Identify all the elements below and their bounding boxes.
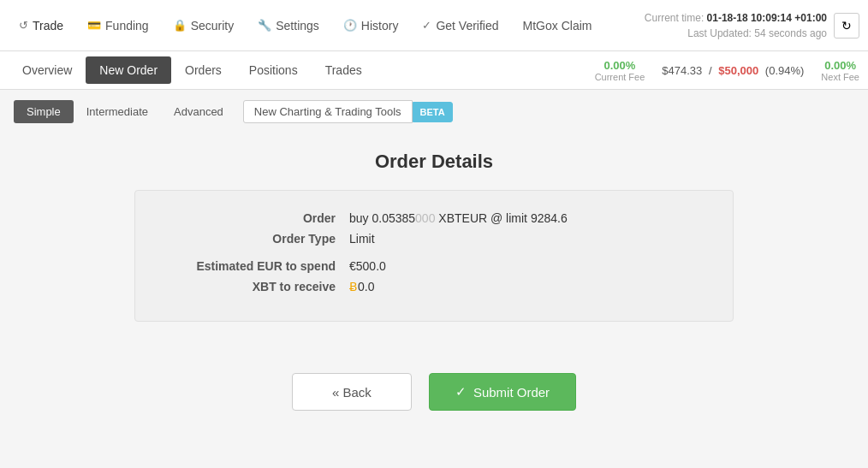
nav-get-verified[interactable]: ✓ Get Verified: [412, 12, 508, 39]
next-fee-info: 0.00% Next Fee: [821, 59, 859, 82]
refresh-icon: ↻: [841, 19, 852, 33]
last-updated-value: 54 seconds ago: [754, 27, 827, 39]
verified-icon: ✓: [422, 19, 431, 32]
subnav-new-order-label: New Order: [99, 63, 158, 77]
order-type-value: Limit: [349, 232, 375, 246]
submit-order-button[interactable]: ✓ Submit Order: [429, 373, 576, 411]
back-button[interactable]: « Back: [292, 373, 412, 411]
mode-tab-simple[interactable]: Simple: [14, 100, 74, 123]
next-fee-label: Next Fee: [821, 72, 859, 82]
order-type-label: Order Type: [161, 232, 349, 246]
nav-funding-label: Funding: [105, 19, 149, 33]
nav-mtgox-label: MtGox Claim: [523, 19, 592, 33]
xbt-receive-row: XBT to receive Ƀ0.0: [161, 280, 707, 293]
subnav-overview-label: Overview: [22, 63, 72, 77]
nav-get-verified-label: Get Verified: [436, 19, 498, 33]
btc-symbol: Ƀ: [349, 280, 358, 293]
current-fee-info: 0.00% Current Fee: [595, 59, 645, 82]
nav-history[interactable]: 🕐 History: [333, 12, 409, 39]
top-nav-items: ↺ Trade 💳 Funding 🔒 Security 🔧 Settings …: [9, 12, 602, 39]
subnav-orders[interactable]: Orders: [171, 56, 235, 84]
order-label: Order: [161, 211, 349, 225]
sub-nav-right: 0.00% Current Fee $474.33 / $50,000 (0.9…: [595, 59, 859, 82]
estimated-eur-label: Estimated EUR to spend: [161, 259, 349, 273]
balance-separator: /: [709, 64, 712, 77]
current-fee-label: Current Fee: [595, 72, 645, 82]
nav-funding[interactable]: 💳 Funding: [77, 12, 159, 39]
mode-tab-advanced-label: Advanced: [174, 105, 223, 118]
mode-tab-simple-label: Simple: [27, 105, 61, 118]
subnav-trades[interactable]: Trades: [312, 56, 376, 84]
order-row: Order buy 0.05385000 XBTEUR @ limit 9284…: [161, 211, 707, 225]
order-value: buy 0.05385000 XBTEUR @ limit 9284.6: [349, 211, 568, 225]
charting-trading-tools[interactable]: New Charting & Trading Tools BETA: [243, 100, 453, 123]
charting-label: New Charting & Trading Tools: [254, 105, 401, 118]
nav-settings-label: Settings: [276, 19, 319, 33]
current-time-label: Current time:: [645, 12, 704, 24]
estimated-eur-row: Estimated EUR to spend €500.0: [161, 259, 707, 273]
xbt-amount: 0.0: [358, 280, 374, 293]
nav-history-label: History: [361, 19, 399, 33]
subnav-trades-label: Trades: [325, 63, 362, 77]
balance-value: $474.33: [662, 64, 702, 77]
sub-nav-items: Overview New Order Orders Positions Trad…: [9, 56, 376, 84]
charting-button[interactable]: New Charting & Trading Tools: [243, 100, 413, 123]
subnav-orders-label: Orders: [185, 63, 222, 77]
order-type-row: Order Type Limit: [161, 232, 707, 246]
xbt-receive-label: XBT to receive: [161, 280, 349, 293]
order-details-card: Order buy 0.05385000 XBTEUR @ limit 9284…: [134, 190, 734, 322]
trade-icon: ↺: [19, 19, 28, 32]
subnav-overview[interactable]: Overview: [9, 56, 86, 84]
nav-settings[interactable]: 🔧 Settings: [247, 12, 330, 39]
beta-badge: BETA: [413, 102, 453, 122]
mode-tab-advanced[interactable]: Advanced: [161, 100, 236, 123]
last-updated-label: Last Updated:: [687, 27, 752, 39]
next-fee-percent: 0.00%: [821, 59, 859, 72]
mode-tab-intermediate-label: Intermediate: [86, 105, 148, 118]
nav-trade-label: Trade: [33, 19, 63, 33]
check-icon: ✓: [455, 384, 467, 400]
last-updated-row: Last Updated: 54 seconds ago: [645, 26, 827, 41]
main-content: Order Details Order buy 0.05385000 XBTEU…: [0, 133, 868, 468]
nav-security-label: Security: [191, 19, 235, 33]
xbt-receive-value: Ƀ0.0: [349, 280, 374, 293]
balance-pct: (0.94%): [765, 64, 805, 77]
subnav-positions-label: Positions: [249, 63, 298, 77]
order-value-faded: 000: [415, 211, 435, 225]
estimated-eur-value: €500.0: [349, 259, 386, 273]
back-label: « Back: [332, 385, 372, 400]
current-fee-percent: 0.00%: [595, 59, 645, 72]
nav-trade[interactable]: ↺ Trade: [9, 12, 74, 39]
top-nav-right: Current time: 01-18-18 10:09:14 +01:00 L…: [645, 10, 859, 41]
subnav-new-order[interactable]: New Order: [86, 56, 171, 84]
button-row: « Back ✓ Submit Order: [14, 373, 854, 436]
top-navigation: ↺ Trade 💳 Funding 🔒 Security 🔧 Settings …: [0, 0, 868, 51]
sub-navigation: Overview New Order Orders Positions Trad…: [0, 51, 868, 90]
order-value-main: buy 0.05385: [349, 211, 415, 225]
balance-limit: $50,000: [718, 64, 758, 77]
submit-label: Submit Order: [473, 385, 550, 400]
mode-tab-intermediate[interactable]: Intermediate: [74, 100, 161, 123]
subnav-positions[interactable]: Positions: [235, 56, 312, 84]
history-icon: 🕐: [343, 19, 357, 32]
order-details-title: Order Details: [14, 151, 854, 173]
order-value-suffix: XBTEUR @ limit 9284.6: [435, 211, 567, 225]
nav-mtgox-claim[interactable]: MtGox Claim: [513, 12, 603, 39]
nav-security[interactable]: 🔒 Security: [163, 12, 245, 39]
mode-tabs-bar: Simple Intermediate Advanced New Chartin…: [0, 90, 868, 133]
settings-icon: 🔧: [258, 19, 271, 32]
current-time-row: Current time: 01-18-18 10:09:14 +01:00: [645, 10, 827, 26]
security-icon: 🔒: [173, 19, 187, 32]
refresh-button[interactable]: ↻: [834, 13, 859, 39]
time-info: Current time: 01-18-18 10:09:14 +01:00 L…: [645, 10, 827, 41]
balance-info: $474.33 / $50,000 (0.94%): [662, 64, 804, 77]
funding-icon: 💳: [87, 19, 101, 32]
current-time-value: 01-18-18 10:09:14 +01:00: [707, 12, 827, 24]
